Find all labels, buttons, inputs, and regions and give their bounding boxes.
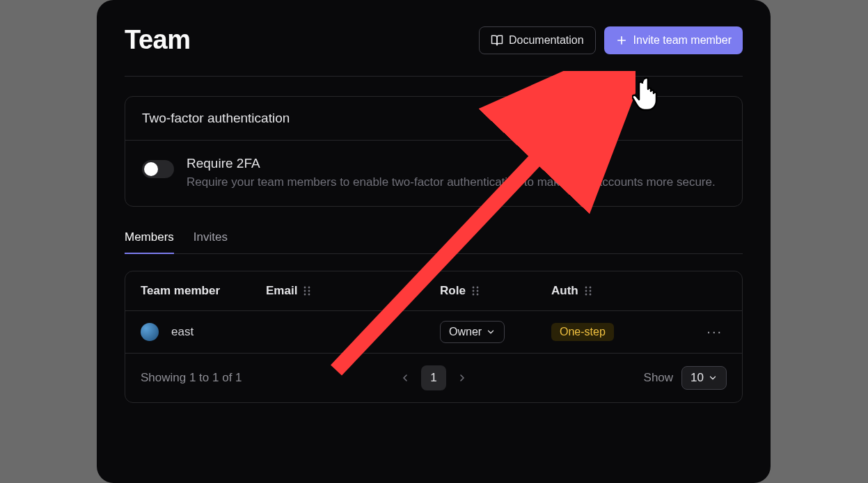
pager: 1 [393,365,474,390]
tab-members[interactable]: Members [125,230,174,254]
pagination-summary: Showing 1 to 1 of 1 [141,371,242,385]
svg-point-12 [472,293,474,295]
svg-point-3 [308,286,310,288]
cell-actions: ··· [663,324,727,340]
page-size-group: Show 10 [644,366,727,390]
svg-point-13 [476,293,478,295]
auth-badge: One-step [551,323,614,341]
table-row: east Owner One-step ··· [125,311,742,354]
col-email-label: Email [266,284,297,298]
page-number[interactable]: 1 [421,365,446,390]
cell-role: Owner [440,321,551,343]
svg-point-18 [585,293,587,295]
svg-point-4 [304,290,306,292]
col-email[interactable]: Email [266,284,440,298]
svg-point-19 [589,293,591,295]
svg-point-5 [308,290,310,292]
svg-point-6 [304,293,306,295]
col-role-label: Role [440,284,466,298]
page-title: Team [125,25,190,55]
col-auth[interactable]: Auth [551,284,663,298]
chevron-down-icon [486,327,496,337]
two-fa-body: Require 2FA Require your team members to… [125,141,742,206]
role-select[interactable]: Owner [440,321,505,343]
svg-point-17 [589,290,591,292]
svg-point-11 [476,290,478,292]
svg-point-9 [476,286,478,288]
two-fa-section-title: Two-factor authentication [125,97,742,141]
header-actions: Documentation Invite team member [479,26,743,54]
drag-handle-icon[interactable] [303,285,311,296]
cell-team-member: east [141,323,266,341]
require-2fa-title: Require 2FA [187,156,716,171]
tab-invites[interactable]: Invites [194,230,228,253]
drag-handle-icon[interactable] [471,285,480,296]
next-page-button[interactable] [450,366,474,390]
col-role[interactable]: Role [440,284,551,298]
invite-label: Invite team member [633,34,732,47]
show-label: Show [644,371,674,385]
documentation-button[interactable]: Documentation [479,26,596,54]
svg-point-14 [585,286,587,288]
two-fa-text: Require 2FA Require your team members to… [187,156,716,191]
cell-auth: One-step [551,323,663,341]
plus-icon [615,34,628,47]
page-header: Team Documentation Invite team member [125,25,743,77]
chevron-down-icon [708,373,718,383]
drag-handle-icon[interactable] [584,285,592,296]
role-value: Owner [449,326,482,338]
toggle-knob [144,162,158,176]
book-icon [491,34,503,47]
col-team-member: Team member [141,284,266,298]
table-header: Team member Email Role Auth [125,271,742,311]
svg-point-16 [585,290,587,292]
team-settings-panel: Team Documentation Invite team member Tw… [97,0,771,483]
page-size-select[interactable]: 10 [681,366,727,390]
require-2fa-desc: Require your team members to enable two-… [187,174,716,191]
table-footer: Showing 1 to 1 of 1 1 Show 10 [125,354,742,402]
row-actions-menu[interactable]: ··· [702,324,727,340]
require-2fa-toggle[interactable] [142,160,174,178]
members-table: Team member Email Role Auth [125,271,743,403]
tabs: Members Invites [125,230,743,254]
prev-page-button[interactable] [393,366,417,390]
col-auth-label: Auth [551,284,578,298]
svg-point-10 [472,290,474,292]
invite-team-member-button[interactable]: Invite team member [604,26,743,54]
svg-point-2 [304,286,306,288]
two-fa-card: Two-factor authentication Require 2FA Re… [125,96,743,207]
svg-point-7 [308,293,310,295]
avatar [141,323,159,341]
svg-point-15 [589,286,591,288]
svg-point-8 [472,286,474,288]
page-size-value: 10 [691,371,704,385]
col-team-member-label: Team member [141,284,220,298]
member-name: east [171,325,194,339]
documentation-label: Documentation [509,34,584,47]
